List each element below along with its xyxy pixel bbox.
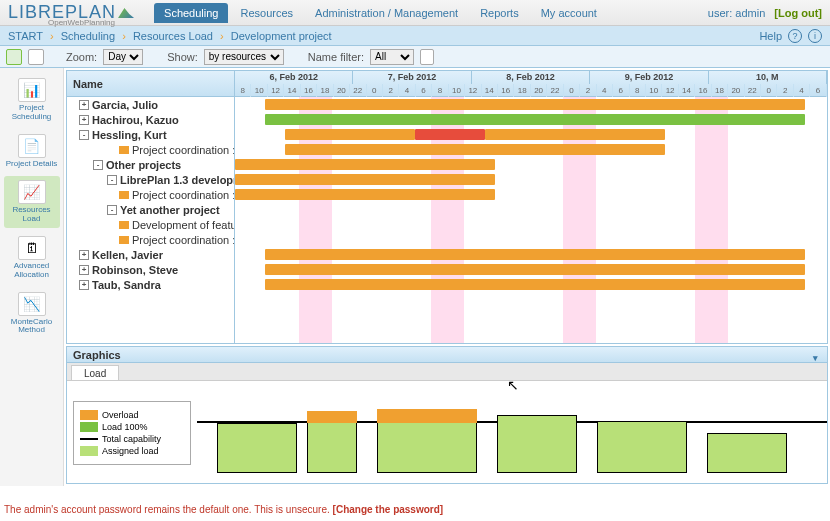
show-label: Show: [167,51,198,63]
date-header: 8, Feb 2012 [472,71,590,84]
hour-tick: 14 [679,84,695,97]
expand-icon[interactable]: - [79,130,89,140]
gantt-bar[interactable] [265,114,805,125]
timeline-body[interactable] [235,97,827,343]
crumb-resources-load[interactable]: Resources Load [133,30,213,42]
resource-row[interactable]: -Hessling, Kurt [67,127,234,142]
hour-tick: 16 [301,84,317,97]
expand-icon[interactable]: + [79,280,89,290]
hour-tick: 6 [416,84,432,97]
filter-select[interactable]: All [370,49,414,65]
row-label: Development of feature B :: [gene [132,219,234,231]
resource-row[interactable]: -Yet another project [67,202,234,217]
sidebar-item-advanced-allocation[interactable]: 🗓 Advanced Allocation [4,232,60,284]
graphics-panel: Graphics ▾ Load Overload Load 100% Total… [66,346,828,484]
expand-icon[interactable]: + [79,100,89,110]
filter-go-icon[interactable] [420,49,434,65]
resource-row[interactable]: +Robinson, Steve [67,262,234,277]
resources-load-icon: 📈 [18,180,46,204]
toolbar: Zoom: Day Show: by resources Name filter… [0,46,830,68]
crumb-sep: › [50,30,54,42]
nav-tab-admin[interactable]: Administration / Management [305,3,468,23]
resource-row[interactable]: Project coordination :: Project coo [67,232,234,247]
legend-assigned: Assigned load [102,446,159,456]
date-header: 10, M [709,71,827,84]
resource-row[interactable]: -Other projects [67,157,234,172]
gantt-bar[interactable] [265,279,805,290]
sidebar-item-project-details[interactable]: 📄 Project Details [4,130,60,173]
crumb-project[interactable]: Development project [231,30,332,42]
hour-tick: 22 [547,84,563,97]
resource-row[interactable]: +Garcia, Julio [67,97,234,112]
help-link[interactable]: Help [759,30,782,42]
hour-tick: 0 [564,84,580,97]
resource-row[interactable]: Development of feature B :: [gene [67,217,234,232]
logout-link[interactable]: [Log out] [774,7,822,19]
gantt-bar[interactable] [265,249,805,260]
nav-tab-account[interactable]: My account [531,3,607,23]
resource-row[interactable]: +Kellen, Javier [67,247,234,262]
legend-load100: Load 100% [102,422,148,432]
resource-row[interactable]: -LibrePlan 1.3 development [67,172,234,187]
row-label: Project coordination :: Project coordina… [132,144,234,156]
hour-tick: 8 [235,84,251,97]
resource-row[interactable]: +Hachirou, Kazuo [67,112,234,127]
resource-row[interactable]: +Taub, Sandra [67,277,234,292]
zoom-select[interactable]: Day [103,49,143,65]
resource-row[interactable]: Project coordination :: Project coordina… [67,142,234,157]
resource-row[interactable]: Project coordination :: Project coo [67,187,234,202]
graphics-header: Graphics ▾ [67,347,827,363]
expand-icon[interactable]: + [79,115,89,125]
gantt-bar[interactable] [285,144,665,155]
sidebar-item-resources-load[interactable]: 📈 Resources Load [4,176,60,228]
nav-tab-resources[interactable]: Resources [230,3,303,23]
load-bar [217,423,297,473]
row-label: Project coordination :: Project coo [132,189,234,201]
help-icon[interactable]: ? [788,29,802,43]
expand-icon[interactable]: + [79,265,89,275]
expand-icon[interactable]: - [107,175,117,185]
expand-icon[interactable]: - [107,205,117,215]
zoom-label: Zoom: [66,51,97,63]
chart-legend: Overload Load 100% Total capability Assi… [67,381,197,485]
hour-tick: 0 [761,84,777,97]
filter-label: Name filter: [308,51,364,63]
sidebar-item-project-scheduling[interactable]: 📊 Project Scheduling [4,74,60,126]
gantt-bar[interactable] [265,99,805,110]
info-icon[interactable]: i [808,29,822,43]
minimize-icon[interactable]: ▾ [813,350,823,360]
gantt-bar[interactable] [285,129,415,140]
crumb-start[interactable]: START [8,30,43,42]
row-label: Hachirou, Kazuo [92,114,179,126]
overload-bar [307,411,357,423]
gantt-bar[interactable] [265,264,805,275]
gantt-bar[interactable] [485,129,665,140]
expand-icon[interactable]: + [79,250,89,260]
sidebar-item-montecarlo[interactable]: 📉 MonteCarlo Method [4,288,60,340]
hour-tick: 2 [580,84,596,97]
logo-tagline: OpenWebPlanning [48,18,115,27]
print-icon[interactable] [6,49,22,65]
nav-tab-scheduling[interactable]: Scheduling [154,3,228,23]
gantt-bar[interactable] [235,174,495,185]
change-password-link[interactable]: [Change the password] [333,504,444,515]
hour-tick: 10 [251,84,267,97]
show-select[interactable]: by resources [204,49,284,65]
gantt-bar[interactable] [235,189,495,200]
hour-tick: 12 [268,84,284,97]
refresh-icon[interactable] [28,49,44,65]
gantt-bar[interactable] [235,159,495,170]
name-column-header: Name [67,71,234,97]
graphics-tab-load[interactable]: Load [71,365,119,380]
row-label: Kellen, Javier [92,249,163,261]
row-label: Other projects [106,159,181,171]
crumb-scheduling[interactable]: Scheduling [61,30,115,42]
user-label: user: [708,7,732,19]
hour-tick: 10 [449,84,465,97]
overload-bar [377,409,477,423]
gantt-bar[interactable] [415,129,485,140]
row-label: Project coordination :: Project coo [132,234,234,246]
expand-icon[interactable]: - [93,160,103,170]
date-header: 9, Feb 2012 [590,71,708,84]
nav-tab-reports[interactable]: Reports [470,3,529,23]
